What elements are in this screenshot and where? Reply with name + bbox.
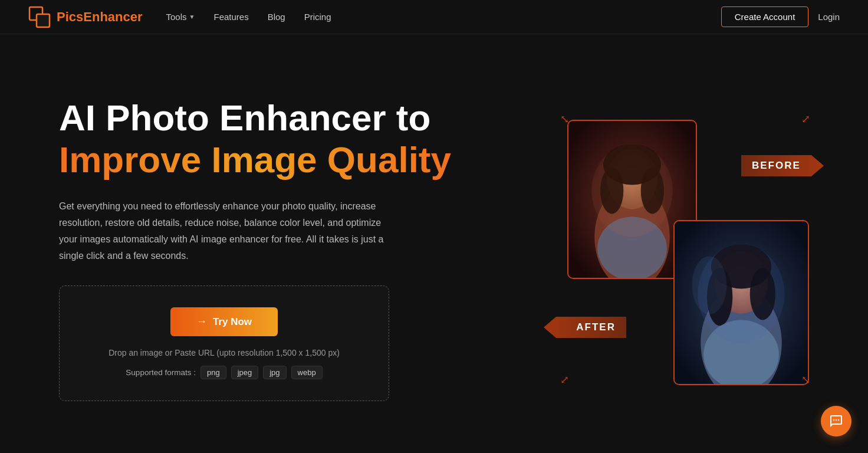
logo-text: PicsEnhancer [57,9,143,25]
create-account-button[interactable]: Create Account [721,6,809,27]
nav-right: Create Account Login [721,6,840,27]
logo-second: Enhancer [83,9,142,24]
tools-dropdown-arrow: ▼ [189,14,195,20]
format-png: png [200,366,226,379]
chat-icon [829,414,843,428]
drop-text: Drop an image or Paste URL (upto resolut… [83,348,365,357]
expand-icon-bl: ⤢ [560,373,569,386]
svg-point-19 [692,256,726,314]
hero-section: AI Photo Enhancer to Improve Image Quali… [0,34,868,453]
svg-rect-1 [37,14,50,27]
login-button[interactable]: Login [818,12,840,22]
hero-title-line1: AI Photo Enhancer to [59,98,451,138]
hero-description: Get everything you need to effortlessly … [59,198,389,264]
svg-point-21 [833,419,834,421]
format-jpeg: jpeg [231,366,259,379]
svg-point-20 [836,419,837,421]
before-label-text: BEFORE [741,155,824,176]
after-card [673,220,809,385]
nav-tools[interactable]: Tools ▼ [166,12,195,22]
formats-row: Supported formats : png jpeg jpg webp [83,366,365,379]
svg-point-22 [838,419,839,421]
logo-icon [28,6,51,28]
nav-blog[interactable]: Blog [268,12,285,22]
logo[interactable]: PicsEnhancer [28,6,143,28]
expand-icon-tl: ⤡ [560,113,569,126]
svg-point-10 [591,145,672,237]
upload-box[interactable]: → Try Now Drop an image or Paste URL (up… [59,285,389,401]
format-webp: webp [291,366,323,379]
after-figure [675,221,808,384]
hero-content: AI Photo Enhancer to Improve Image Quali… [59,98,451,402]
after-label: AFTER [544,317,626,338]
hero-title-line2: Improve Image Quality [59,138,451,182]
expand-icon-br: ⤡ [801,373,810,386]
expand-icon-tr: ⤢ [801,113,810,126]
formats-label: Supported formats : [126,368,196,377]
try-now-label: Try Now [213,316,252,328]
after-label-text: AFTER [544,317,626,338]
format-jpg: jpg [263,366,286,379]
nav-pricing[interactable]: Pricing [304,12,331,22]
arrow-icon: → [196,316,207,328]
after-svg [675,221,808,384]
before-label: BEFORE [741,155,824,176]
navbar: PicsEnhancer Tools ▼ Features Blog Prici… [0,0,868,34]
hero-visual: ⤡ ⤢ ⤢ ⤡ [550,102,821,397]
try-now-button[interactable]: → Try Now [170,307,278,336]
nav-links: Tools ▼ Features Blog Pricing [166,12,331,22]
logo-first: Pics [57,9,83,24]
nav-features[interactable]: Features [213,12,248,22]
nav-left: PicsEnhancer Tools ▼ Features Blog Prici… [28,6,331,28]
chat-bubble[interactable] [821,406,851,436]
